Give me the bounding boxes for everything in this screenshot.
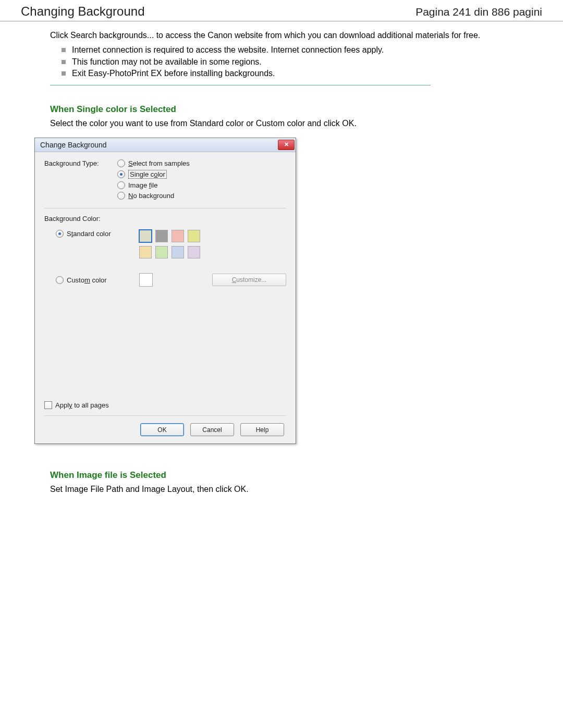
page-number: Pagina 241 din 886 pagini: [415, 6, 542, 18]
ok-button[interactable]: OK: [140, 423, 184, 436]
radio-icon: [117, 192, 125, 200]
color-swatch[interactable]: [155, 230, 168, 242]
radio-label: No background: [128, 192, 174, 200]
color-swatch[interactable]: [139, 230, 152, 242]
apply-to-all-row[interactable]: Apply to all pages: [44, 401, 286, 409]
radio-label: Standard color: [67, 230, 111, 238]
radio-label: Single color: [128, 170, 167, 179]
section-heading-image-file: When Image file is Selected: [50, 470, 532, 480]
page-header: Changing Background Pagina 241 din 886 p…: [0, 0, 563, 21]
section-heading-single-color: When Single color is Selected: [50, 104, 532, 115]
cancel-button[interactable]: Cancel: [190, 423, 234, 436]
color-swatch[interactable]: [188, 246, 200, 258]
list-item: This function may not be available in so…: [62, 56, 532, 68]
custom-color-row: Custom color Customize...: [44, 273, 286, 287]
radio-select-from-samples[interactable]: Select from samples: [117, 159, 190, 167]
spacer: [44, 287, 286, 401]
color-swatch[interactable]: [172, 230, 184, 242]
radio-icon: [56, 230, 64, 238]
content-area: Click Search backgrounds... to access th…: [0, 21, 563, 494]
group-separator: [44, 208, 286, 208]
color-swatch[interactable]: [172, 246, 184, 258]
dialog-body: Background Type: Select from samples Sin…: [35, 152, 296, 444]
radio-image-file[interactable]: Image file: [117, 181, 190, 189]
section-body: Select the color you want to use from St…: [50, 119, 532, 128]
close-icon: ✕: [284, 142, 289, 147]
notes-list: Internet connection is required to acces…: [50, 44, 532, 79]
button-label: Customize...: [232, 276, 267, 283]
divider: [50, 85, 431, 85]
section-body: Set Image File Path and Image Layout, th…: [50, 485, 532, 494]
radio-icon: [56, 276, 64, 284]
background-color-label: Background Color:: [44, 215, 286, 223]
background-type-options: Select from samples Single color Image f…: [117, 159, 190, 200]
background-type-row: Background Type: Select from samples Sin…: [44, 159, 286, 200]
dialog-title: Change Background: [40, 141, 107, 149]
radio-icon: [117, 170, 125, 178]
color-swatch[interactable]: [155, 246, 168, 258]
radio-no-background[interactable]: No background: [117, 192, 190, 200]
change-background-dialog: Change Background ✕ Background Type: Sel…: [34, 138, 296, 445]
radio-custom-color[interactable]: Custom color: [56, 276, 139, 284]
close-button[interactable]: ✕: [278, 140, 295, 150]
radio-single-color[interactable]: Single color: [117, 170, 190, 179]
help-button[interactable]: Help: [240, 423, 284, 436]
dialog-titlebar: Change Background ✕: [35, 138, 296, 152]
checkbox-label: Apply to all pages: [55, 401, 109, 409]
color-swatch[interactable]: [139, 246, 152, 258]
radio-label: Custom color: [67, 276, 107, 284]
intro-text: Click Search backgrounds... to access th…: [50, 30, 532, 41]
customize-button[interactable]: Customize...: [212, 274, 286, 286]
custom-swatch-area: [139, 273, 207, 287]
radio-label: Select from samples: [128, 159, 190, 167]
custom-color-swatch[interactable]: [139, 273, 153, 287]
page-title: Changing Background: [21, 4, 145, 19]
standard-color-row: Standard color: [44, 230, 286, 258]
radio-icon: [117, 181, 125, 189]
radio-standard-color[interactable]: Standard color: [56, 230, 139, 238]
group-separator: [44, 415, 286, 416]
radio-icon: [117, 159, 125, 167]
list-item: Exit Easy-PhotoPrint EX before installin…: [62, 68, 532, 79]
checkbox-icon: [44, 401, 52, 409]
background-type-label: Background Type:: [44, 159, 117, 167]
standard-swatches: [139, 230, 207, 258]
list-item: Internet connection is required to acces…: [62, 44, 532, 56]
dialog-buttons: OK Cancel Help: [44, 423, 286, 436]
radio-label: Image file: [128, 181, 157, 189]
color-swatch[interactable]: [188, 230, 200, 242]
